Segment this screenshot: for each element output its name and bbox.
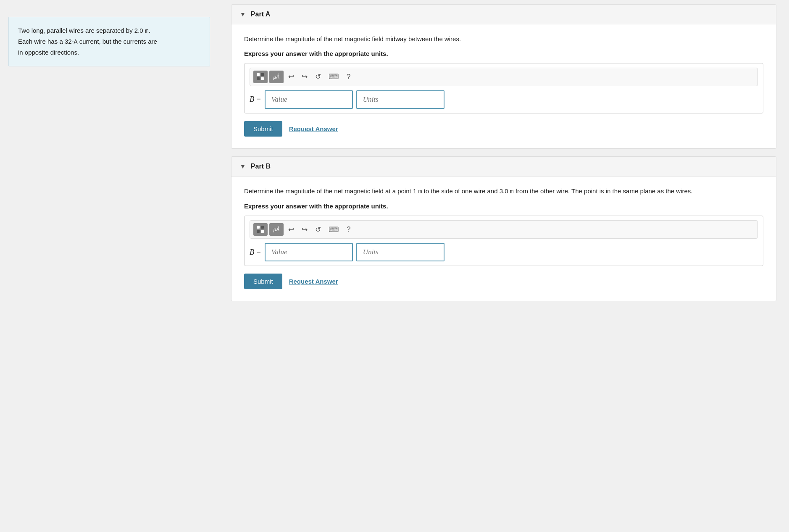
part-b-mu-button[interactable]: μÅ bbox=[269, 223, 284, 236]
problem-text-line1: Two long, parallel wires are separated b… bbox=[18, 27, 150, 34]
part-b-body: Determine the magnitude of the net magne… bbox=[231, 176, 776, 301]
part-b-toolbar: μÅ ↩ ↪ ↺ ⌨ ? bbox=[250, 220, 758, 239]
keyboard-icon: ⌨ bbox=[329, 226, 339, 234]
part-a-mu-button[interactable]: μÅ bbox=[269, 71, 284, 83]
svg-rect-7 bbox=[261, 230, 264, 233]
part-b-title: Part B bbox=[251, 163, 271, 170]
part-a-keyboard-button[interactable]: ⌨ bbox=[326, 71, 342, 83]
redo-icon: ↪ bbox=[302, 73, 308, 81]
refresh-icon: ↺ bbox=[315, 226, 321, 234]
problem-box: Two long, parallel wires are separated b… bbox=[8, 17, 210, 66]
part-b-help-button[interactable]: ? bbox=[344, 224, 353, 235]
part-b-submit-button[interactable]: Submit bbox=[244, 274, 282, 289]
part-b-header: ▼ Part B bbox=[231, 157, 776, 176]
part-a-title: Part A bbox=[251, 11, 271, 18]
part-a-units-input[interactable] bbox=[356, 90, 444, 109]
part-a-grid-button[interactable] bbox=[253, 71, 268, 83]
svg-rect-6 bbox=[257, 230, 260, 233]
part-b-section: ▼ Part B Determine the magnitude of the … bbox=[231, 156, 776, 302]
part-b-value-input[interactable] bbox=[265, 243, 353, 261]
problem-text-line3: in opposite directions. bbox=[18, 49, 79, 56]
part-a-undo-button[interactable]: ↩ bbox=[285, 71, 297, 83]
part-a-help-button[interactable]: ? bbox=[344, 71, 353, 83]
part-b-b-label: B = bbox=[250, 248, 261, 257]
right-panel: ▼ Part A Determine the magnitude of the … bbox=[218, 0, 789, 532]
part-b-units-input[interactable] bbox=[356, 243, 444, 261]
part-b-answer-box: μÅ ↩ ↪ ↺ ⌨ ? bbox=[244, 216, 763, 266]
help-icon: ? bbox=[347, 73, 350, 81]
svg-rect-0 bbox=[257, 73, 260, 76]
part-a-input-row: B = bbox=[250, 90, 758, 109]
part-a-action-row: Submit Request Answer bbox=[244, 121, 763, 137]
keyboard-icon: ⌨ bbox=[329, 73, 339, 81]
part-a-b-label: B = bbox=[250, 95, 261, 104]
problem-text-line2: Each wire has a 32-A current, but the cu… bbox=[18, 38, 157, 45]
part-a-express-label: Express your answer with the appropriate… bbox=[244, 50, 763, 57]
svg-rect-5 bbox=[261, 226, 264, 229]
part-a-toolbar: μÅ ↩ ↪ ↺ ⌨ ? bbox=[250, 68, 758, 86]
part-a-chevron[interactable]: ▼ bbox=[240, 11, 246, 18]
svg-rect-2 bbox=[257, 77, 260, 80]
part-b-redo-button[interactable]: ↪ bbox=[299, 224, 310, 236]
part-a-refresh-button[interactable]: ↺ bbox=[312, 71, 324, 83]
part-b-refresh-button[interactable]: ↺ bbox=[312, 224, 324, 236]
svg-rect-4 bbox=[257, 226, 260, 229]
left-panel: Two long, parallel wires are separated b… bbox=[0, 0, 218, 532]
redo-icon: ↪ bbox=[302, 226, 308, 234]
part-b-chevron[interactable]: ▼ bbox=[240, 163, 246, 170]
part-a-submit-button[interactable]: Submit bbox=[244, 121, 282, 137]
part-b-grid-button[interactable] bbox=[253, 223, 268, 236]
part-a-question: Determine the magnitude of the net magne… bbox=[244, 34, 763, 44]
svg-rect-3 bbox=[261, 77, 264, 80]
refresh-icon: ↺ bbox=[315, 73, 321, 81]
part-a-redo-button[interactable]: ↪ bbox=[299, 71, 310, 83]
part-a-request-answer-button[interactable]: Request Answer bbox=[289, 125, 338, 132]
part-b-express-label: Express your answer with the appropriate… bbox=[244, 203, 763, 210]
part-a-body: Determine the magnitude of the net magne… bbox=[231, 24, 776, 148]
part-b-action-row: Submit Request Answer bbox=[244, 274, 763, 289]
part-b-undo-button[interactable]: ↩ bbox=[285, 224, 297, 236]
grid-icon bbox=[257, 73, 264, 81]
part-b-input-row: B = bbox=[250, 243, 758, 261]
undo-icon: ↩ bbox=[288, 226, 294, 234]
help-icon: ? bbox=[347, 225, 350, 233]
part-a-answer-box: μÅ ↩ ↪ ↺ ⌨ ? bbox=[244, 63, 763, 113]
part-b-request-answer-button[interactable]: Request Answer bbox=[289, 278, 338, 285]
part-b-question: Determine the magnitude of the net magne… bbox=[244, 187, 763, 197]
part-a-section: ▼ Part A Determine the magnitude of the … bbox=[231, 4, 776, 149]
part-a-value-input[interactable] bbox=[265, 90, 353, 109]
undo-icon: ↩ bbox=[288, 73, 294, 81]
part-a-header: ▼ Part A bbox=[231, 5, 776, 24]
svg-rect-1 bbox=[261, 73, 264, 76]
part-b-keyboard-button[interactable]: ⌨ bbox=[326, 224, 342, 236]
grid-icon bbox=[257, 226, 264, 233]
